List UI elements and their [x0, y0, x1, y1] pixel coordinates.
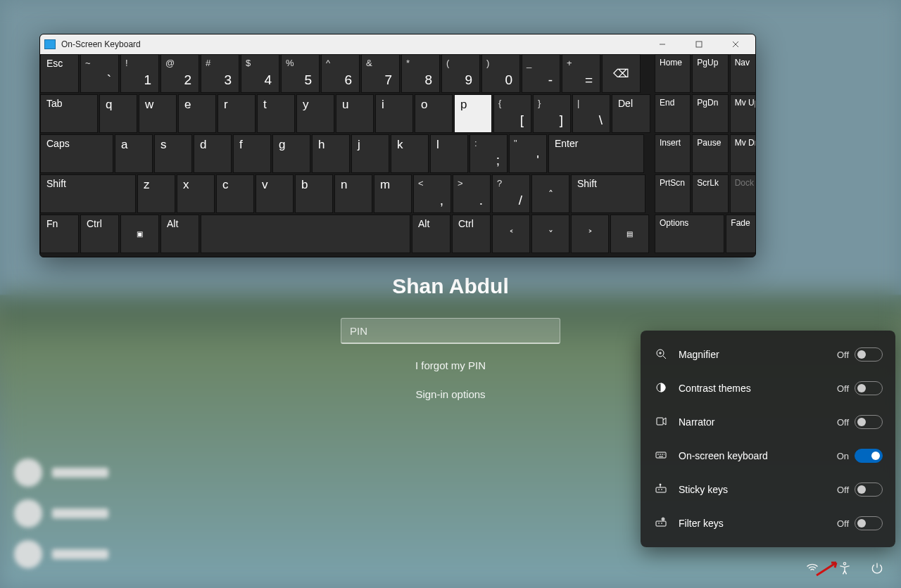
maximize-button[interactable]	[683, 34, 714, 54]
key-home[interactable]: Home	[655, 54, 691, 93]
key-pause[interactable]: Pause	[692, 134, 728, 173]
list-item[interactable]	[14, 499, 108, 528]
key-tab[interactable]: Tab	[40, 94, 98, 133]
key-c[interactable]: c	[216, 174, 254, 213]
key-mv-dn[interactable]: Mv Dn	[730, 134, 756, 173]
key-4[interactable]: $4	[241, 54, 279, 93]
key-`[interactable]: ~`	[80, 54, 119, 93]
key-alt-left[interactable]: Alt	[160, 215, 199, 253]
list-item[interactable]	[14, 459, 108, 487]
key-fade[interactable]: Fade	[726, 215, 756, 253]
flyout-item-magnifier[interactable]: MagnifierOff	[645, 338, 891, 371]
key-0[interactable]: )0	[481, 54, 520, 93]
key-nav[interactable]: Nav	[730, 54, 756, 93]
key-r[interactable]: r	[218, 94, 256, 133]
key-][interactable]: }]	[533, 94, 571, 133]
key-enter[interactable]: Enter	[548, 134, 644, 173]
key-e[interactable]: e	[178, 94, 216, 133]
key-3[interactable]: #3	[201, 54, 239, 93]
key-arrow-up[interactable]: ˄	[531, 174, 569, 213]
key-i[interactable]: i	[375, 94, 413, 133]
key-8[interactable]: *8	[401, 54, 440, 93]
pin-input[interactable]	[341, 318, 560, 344]
flyout-toggle[interactable]	[855, 516, 883, 530]
key-insert[interactable]: Insert	[655, 134, 691, 173]
key-mv-up[interactable]: Mv Up	[730, 94, 756, 133]
key-punct[interactable]: "'	[509, 134, 547, 173]
key-f[interactable]: f	[233, 134, 271, 173]
key-caps[interactable]: Caps	[40, 134, 113, 173]
key-z[interactable]: z	[137, 174, 175, 213]
flyout-toggle[interactable]	[855, 482, 883, 497]
flyout-toggle[interactable]	[855, 347, 883, 362]
key-backspace[interactable]: ⌫	[602, 54, 641, 93]
key-k[interactable]: k	[391, 134, 429, 173]
flyout-toggle[interactable]	[855, 415, 883, 429]
key-punct[interactable]: :;	[470, 134, 508, 173]
key-h[interactable]: h	[312, 134, 350, 173]
close-button[interactable]	[720, 34, 751, 54]
key-u[interactable]: u	[336, 94, 374, 133]
key-punct[interactable]: >.	[453, 174, 491, 213]
key-space[interactable]	[201, 215, 410, 253]
key-o[interactable]: o	[415, 94, 453, 133]
flyout-toggle[interactable]	[855, 381, 883, 395]
key-pgdn[interactable]: PgDn	[692, 94, 728, 133]
key-dock[interactable]: Dock	[730, 174, 756, 213]
key--[interactable]: _-	[522, 54, 560, 93]
key-[[interactable]: {[	[493, 94, 531, 133]
key-esc[interactable]: Esc	[40, 54, 79, 93]
list-item[interactable]	[14, 540, 108, 568]
key-shift-right[interactable]: Shift	[571, 174, 645, 213]
key-options[interactable]: Options	[655, 215, 724, 253]
key-j[interactable]: j	[351, 134, 389, 173]
key-ctrl-right[interactable]: Ctrl	[452, 215, 491, 253]
power-icon[interactable]	[870, 561, 884, 578]
flyout-item-on-screen-keyboard[interactable]: On-screen keyboardOn	[645, 439, 891, 473]
key-punct[interactable]: ?/	[492, 174, 530, 213]
accessibility-icon[interactable]	[838, 561, 852, 578]
flyout-item-narrator[interactable]: NarratorOff	[645, 405, 891, 439]
key-l[interactable]: l	[430, 134, 468, 173]
key-=[interactable]: +=	[562, 54, 600, 93]
key-7[interactable]: &7	[361, 54, 400, 93]
key-prtscn[interactable]: PrtScn	[655, 174, 691, 213]
key-6[interactable]: ^6	[321, 54, 360, 93]
flyout-item-contrast-themes[interactable]: Contrast themesOff	[645, 371, 891, 405]
key-v[interactable]: v	[256, 174, 294, 213]
key-y[interactable]: y	[296, 94, 334, 133]
key-windows[interactable]: ▣	[120, 215, 159, 253]
key-pgup[interactable]: PgUp	[692, 54, 728, 93]
key-a[interactable]: a	[115, 134, 153, 173]
key-9[interactable]: (9	[441, 54, 480, 93]
key-scrlk[interactable]: ScrLk	[692, 174, 728, 213]
key-menu[interactable]: ▤	[610, 215, 649, 253]
osk-titlebar[interactable]: On-Screen Keyboard	[40, 34, 755, 54]
key-d[interactable]: d	[194, 134, 232, 173]
key-arrow-right[interactable]: ˃	[571, 215, 609, 253]
key-alt-right[interactable]: Alt	[412, 215, 450, 253]
key-q[interactable]: q	[99, 94, 137, 133]
key-ctrl-left[interactable]: Ctrl	[80, 215, 119, 253]
network-icon[interactable]	[805, 561, 819, 578]
flyout-item-filter-keys[interactable]: Filter keysOff	[645, 506, 891, 540]
key-arrow-down[interactable]: ˅	[531, 215, 569, 253]
key-n[interactable]: n	[334, 174, 372, 213]
key-2[interactable]: @2	[160, 54, 199, 93]
key-\[interactable]: |\	[572, 94, 610, 133]
flyout-item-sticky-keys[interactable]: Sticky keysOff	[645, 473, 891, 506]
flyout-toggle[interactable]	[855, 449, 883, 463]
key-x[interactable]: x	[177, 174, 215, 213]
key-m[interactable]: m	[374, 174, 412, 213]
key-fn[interactable]: Fn	[40, 215, 79, 253]
key-s[interactable]: s	[154, 134, 192, 173]
key-punct[interactable]: <,	[413, 174, 451, 213]
key-1[interactable]: !1	[120, 54, 159, 93]
key-p[interactable]: p	[454, 94, 492, 133]
key-del[interactable]: Del	[612, 94, 650, 133]
key-shift-left[interactable]: Shift	[40, 174, 136, 213]
key-t[interactable]: t	[257, 94, 295, 133]
key-end[interactable]: End	[655, 94, 691, 133]
key-w[interactable]: w	[139, 94, 177, 133]
key-b[interactable]: b	[295, 174, 333, 213]
